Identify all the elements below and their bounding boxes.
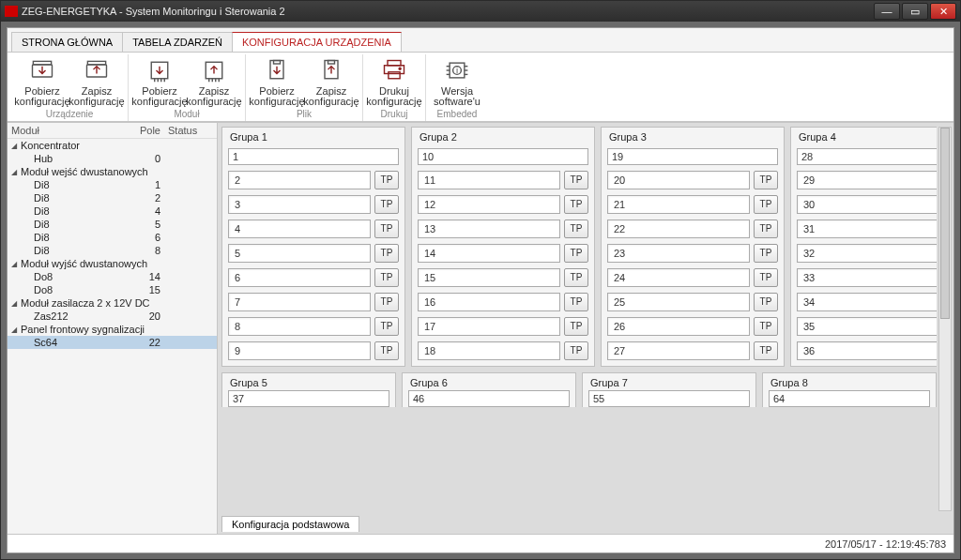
value-input[interactable] <box>797 195 937 214</box>
tp-button[interactable]: TP <box>374 317 399 336</box>
tree-group[interactable]: Panel frontowy sygnalizacji <box>8 323 217 336</box>
value-input[interactable] <box>797 171 937 189</box>
value-input[interactable] <box>797 244 937 263</box>
group-first-value[interactable]: 55 <box>588 390 750 407</box>
tp-button[interactable]: TP <box>564 195 588 214</box>
value-input[interactable] <box>607 171 750 189</box>
group-first-value[interactable]: 10 <box>418 148 588 165</box>
tp-button[interactable]: TP <box>374 195 399 214</box>
value-input[interactable] <box>228 268 371 287</box>
tree-group[interactable]: Moduł zasilacza 2 x 12V DC <box>8 296 217 310</box>
ribbon-btn-3-0[interactable]: Drukujkonfigurację <box>367 54 421 107</box>
tp-button[interactable]: TP <box>754 219 778 238</box>
group-first-value[interactable]: 46 <box>408 390 570 407</box>
value-input[interactable] <box>797 293 937 311</box>
value-input[interactable] <box>418 171 560 189</box>
tp-button[interactable]: TP <box>754 268 778 287</box>
tab-2[interactable]: KONFIGURACJA URZĄDZENIA <box>232 32 402 52</box>
group-first-value[interactable]: 28 <box>797 148 937 165</box>
value-input[interactable] <box>797 268 937 287</box>
file-upload-icon <box>316 56 346 84</box>
tab-1[interactable]: TABELA ZDARZEŃ <box>122 32 233 52</box>
ribbon-btn-4-0[interactable]: iWersjasoftware'u <box>430 54 484 107</box>
value-input[interactable] <box>228 219 371 238</box>
tree-item[interactable]: Di81 <box>8 178 217 191</box>
value-input[interactable] <box>228 244 371 263</box>
value-input[interactable] <box>228 195 371 214</box>
value-input[interactable] <box>607 317 750 336</box>
tp-button[interactable]: TP <box>754 244 778 263</box>
tree-item[interactable]: Di82 <box>8 191 217 204</box>
value-input[interactable] <box>607 268 750 287</box>
value-input[interactable] <box>418 244 560 263</box>
value-input[interactable] <box>418 341 560 360</box>
value-input[interactable] <box>797 341 937 360</box>
bottom-tab[interactable]: Konfiguracja podstawowa <box>221 516 359 532</box>
tp-button[interactable]: TP <box>564 268 588 287</box>
ribbon-btn-2-1[interactable]: Zapiszkonfigurację <box>304 54 358 107</box>
close-button[interactable]: ✕ <box>930 3 956 20</box>
value-input[interactable] <box>228 341 371 360</box>
tree-item[interactable]: Di85 <box>8 218 217 231</box>
ribbon-btn-1-1[interactable]: Zapiszkonfigurację <box>187 54 241 107</box>
group-first-value[interactable]: 64 <box>769 390 930 407</box>
sidebar-tree[interactable]: KoncentratorHub0Moduł wejść dwustanowych… <box>8 139 217 534</box>
vertical-scrollbar[interactable] <box>938 127 952 511</box>
scrollbar-thumb[interactable] <box>940 128 950 319</box>
tree-item[interactable]: Di86 <box>8 231 217 244</box>
tp-button[interactable]: TP <box>754 317 778 336</box>
tp-button[interactable]: TP <box>754 341 778 360</box>
tp-button[interactable]: TP <box>564 244 588 263</box>
tree-item[interactable]: Sc6422 <box>8 336 217 349</box>
tp-button[interactable]: TP <box>754 293 778 311</box>
minimize-button[interactable]: — <box>874 3 900 20</box>
value-input[interactable] <box>228 293 371 311</box>
value-input[interactable] <box>228 317 371 336</box>
tp-button[interactable]: TP <box>564 317 588 336</box>
tree-group[interactable]: Moduł wejść dwustanowych <box>8 165 217 178</box>
tp-button[interactable]: TP <box>564 341 588 360</box>
tree-item[interactable]: Di88 <box>8 244 217 257</box>
group-first-value[interactable]: 1 <box>228 148 399 165</box>
tp-button[interactable]: TP <box>374 341 399 360</box>
tp-button[interactable]: TP <box>564 293 588 311</box>
tree-group[interactable]: Koncentrator <box>8 139 217 152</box>
ribbon-btn-0-1[interactable]: Zapiszkonfigurację <box>69 54 124 107</box>
value-input[interactable] <box>797 219 937 238</box>
value-input[interactable] <box>607 293 750 311</box>
tree-item[interactable]: Zas21220 <box>8 310 217 323</box>
value-input[interactable] <box>797 317 937 336</box>
ribbon-btn-1-0[interactable]: Pobierzkonfigurację <box>132 54 187 107</box>
tp-button[interactable]: TP <box>564 219 588 238</box>
value-input[interactable] <box>228 171 371 189</box>
value-input[interactable] <box>607 219 750 238</box>
tp-button[interactable]: TP <box>374 171 399 189</box>
svg-text:i: i <box>456 65 458 75</box>
group-first-value[interactable]: 37 <box>228 390 389 407</box>
ribbon-btn-2-0[interactable]: Pobierzkonfigurację <box>250 54 304 107</box>
group-first-value[interactable]: 19 <box>607 148 778 165</box>
value-input[interactable] <box>418 317 560 336</box>
tp-button[interactable]: TP <box>374 244 399 263</box>
value-input[interactable] <box>418 268 560 287</box>
tree-item[interactable]: Do815 <box>8 283 217 296</box>
value-input[interactable] <box>607 244 750 263</box>
value-input[interactable] <box>607 195 750 214</box>
value-input[interactable] <box>418 293 560 311</box>
value-input[interactable] <box>607 341 750 360</box>
tab-0[interactable]: STRONA GŁÓWNA <box>11 32 123 52</box>
tree-group[interactable]: Moduł wyjść dwustanowych <box>8 257 217 270</box>
value-input[interactable] <box>418 195 560 214</box>
tree-item[interactable]: Do814 <box>8 270 217 283</box>
tree-item[interactable]: Hub0 <box>8 152 217 165</box>
tree-item[interactable]: Di84 <box>8 204 217 218</box>
tp-button[interactable]: TP <box>374 293 399 311</box>
tp-button[interactable]: TP <box>564 171 588 189</box>
maximize-button[interactable]: ▭ <box>902 3 928 20</box>
value-input[interactable] <box>418 219 560 238</box>
tp-button[interactable]: TP <box>754 171 778 189</box>
tp-button[interactable]: TP <box>374 268 399 287</box>
tp-button[interactable]: TP <box>754 195 778 214</box>
tp-button[interactable]: TP <box>374 219 399 238</box>
ribbon-btn-0-0[interactable]: Pobierzkonfigurację <box>15 54 69 107</box>
